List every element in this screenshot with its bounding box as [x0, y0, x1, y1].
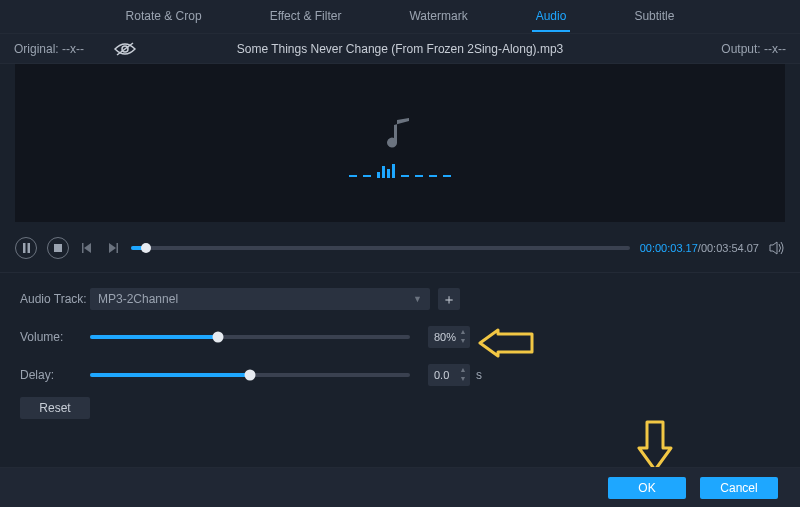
total-time: 00:03:54.07	[701, 242, 759, 254]
audio-controls: Audio Track: MP3-2Channel ▼ ＋ Volume: 80…	[0, 272, 800, 419]
equalizer-icon	[349, 164, 451, 178]
time-display: 00:00:03.17/00:03:54.07	[640, 242, 759, 254]
playback-bar: 00:00:03.17/00:03:54.07	[0, 228, 800, 268]
delay-up-icon[interactable]: ▲	[459, 366, 467, 373]
tab-audio[interactable]: Audio	[532, 1, 571, 32]
next-button[interactable]	[105, 240, 121, 256]
stop-button[interactable]	[47, 237, 69, 259]
add-audio-track-button[interactable]: ＋	[438, 288, 460, 310]
preview-area	[15, 64, 785, 222]
footer-bar: OK Cancel	[0, 467, 800, 507]
tab-effect-filter[interactable]: Effect & Filter	[266, 1, 346, 32]
previous-button[interactable]	[79, 240, 95, 256]
volume-icon[interactable]	[769, 240, 785, 256]
volume-value-stepper[interactable]: 80% ▲ ▼	[428, 326, 470, 348]
audio-track-label: Audio Track:	[20, 292, 90, 306]
ok-button[interactable]: OK	[608, 477, 686, 499]
volume-up-icon[interactable]: ▲	[459, 328, 467, 335]
file-title: Some Things Never Change (From Frozen 2S…	[0, 42, 800, 56]
delay-slider[interactable]	[90, 373, 410, 377]
current-time: 00:00:03.17	[640, 242, 698, 254]
delay-down-icon[interactable]: ▼	[459, 375, 467, 382]
chevron-down-icon: ▼	[413, 294, 422, 304]
tab-rotate-crop[interactable]: Rotate & Crop	[122, 1, 206, 32]
delay-value-stepper[interactable]: 0.0 ▲ ▼	[428, 364, 470, 386]
volume-label: Volume:	[20, 330, 90, 344]
delay-unit: s	[476, 368, 482, 382]
svg-rect-2	[23, 243, 26, 253]
svg-rect-5	[82, 243, 84, 253]
delay-value: 0.0	[434, 369, 449, 381]
play-pause-button[interactable]	[15, 237, 37, 259]
reset-button[interactable]: Reset	[20, 397, 90, 419]
seek-slider[interactable]	[131, 246, 630, 250]
svg-rect-3	[27, 243, 30, 253]
audio-track-value: MP3-2Channel	[98, 292, 178, 306]
volume-slider[interactable]	[90, 335, 410, 339]
volume-value: 80%	[434, 331, 456, 343]
tab-watermark[interactable]: Watermark	[405, 1, 471, 32]
cancel-button[interactable]: Cancel	[700, 477, 778, 499]
svg-rect-6	[117, 243, 119, 253]
music-note-icon	[387, 117, 413, 154]
tab-subtitle[interactable]: Subtitle	[630, 1, 678, 32]
svg-rect-4	[54, 244, 62, 252]
file-header: Some Things Never Change (From Frozen 2S…	[0, 34, 800, 64]
volume-down-icon[interactable]: ▼	[459, 337, 467, 344]
delay-label: Delay:	[20, 368, 90, 382]
audio-track-select[interactable]: MP3-2Channel ▼	[90, 288, 430, 310]
tab-bar: Rotate & Crop Effect & Filter Watermark …	[0, 0, 800, 34]
